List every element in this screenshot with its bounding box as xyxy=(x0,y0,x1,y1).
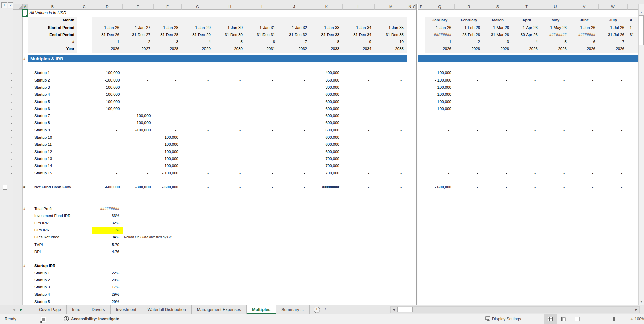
cell-L42[interactable] xyxy=(343,298,375,305)
cell-L2[interactable] xyxy=(343,17,375,24)
cell-D12[interactable]: -100,000 xyxy=(92,84,123,91)
cell-X35[interactable] xyxy=(628,248,638,255)
cell-P34[interactable] xyxy=(418,241,425,248)
cell-W40[interactable] xyxy=(599,284,628,291)
cell-C7[interactable] xyxy=(77,53,92,55)
cell-U33[interactable] xyxy=(541,234,570,241)
cell-K40[interactable] xyxy=(310,284,343,291)
column-header-P[interactable]: P xyxy=(418,4,425,10)
cell-R1[interactable] xyxy=(455,10,483,17)
sheet-tab-waterfall-distribution[interactable]: Waterfall Distribution xyxy=(142,305,192,314)
cell-R12[interactable]: - xyxy=(455,84,483,91)
cell-S42[interactable] xyxy=(483,298,512,305)
cell-S11[interactable]: - xyxy=(483,77,512,84)
cell-D32[interactable]: 1% xyxy=(92,227,123,234)
cell-D31[interactable]: 32% xyxy=(92,220,123,227)
cell-S41[interactable] xyxy=(483,291,512,298)
cell-V39[interactable] xyxy=(570,277,599,284)
cell-W27[interactable] xyxy=(599,191,628,198)
cell-B36[interactable] xyxy=(28,255,77,262)
cell-J10[interactable]: - xyxy=(278,69,310,76)
cell-I31[interactable] xyxy=(246,220,278,227)
cell-L29[interactable] xyxy=(343,205,375,212)
cell-D36[interactable] xyxy=(92,255,123,262)
cell-V25[interactable] xyxy=(570,177,599,184)
cell-D6[interactable]: 2026 xyxy=(92,45,123,52)
cell-T33[interactable] xyxy=(512,234,541,241)
cell-P2[interactable] xyxy=(418,17,425,24)
cell-G22[interactable]: - xyxy=(182,155,214,162)
cell-R29[interactable] xyxy=(455,205,483,212)
cell-L12[interactable]: - xyxy=(343,84,375,91)
cell-M39[interactable] xyxy=(375,277,407,284)
cell-B37[interactable]: Startup IRR xyxy=(28,262,77,269)
cell-X36[interactable] xyxy=(628,255,638,262)
cell-K17[interactable]: 600,000 xyxy=(310,119,343,126)
cell-Q21[interactable]: - xyxy=(425,148,455,155)
cell-X23[interactable] xyxy=(628,162,638,169)
cell-E26[interactable]: -300,000 xyxy=(123,184,154,191)
cell-T15[interactable]: - xyxy=(512,105,541,112)
page-break-view-button[interactable] xyxy=(571,314,583,324)
cell-R16[interactable]: - xyxy=(455,112,483,119)
cell-Q8[interactable] xyxy=(425,55,455,62)
cell-E16[interactable]: -100,000 xyxy=(123,112,154,119)
cell-S23[interactable]: - xyxy=(483,162,512,169)
cell-C38[interactable] xyxy=(77,270,92,277)
cell-B5[interactable]: # xyxy=(28,38,77,45)
cell-T3[interactable]: 1-Apr-26 xyxy=(512,24,541,31)
cell-L1[interactable] xyxy=(343,10,375,17)
cell-B33[interactable]: GP's Returned xyxy=(28,234,77,241)
cell-X28[interactable] xyxy=(628,198,638,205)
cell-O26[interactable] xyxy=(413,184,416,191)
column-header-J[interactable]: J xyxy=(278,4,310,10)
cell-F30[interactable] xyxy=(154,212,182,219)
cell-P17[interactable] xyxy=(418,119,425,126)
cell-V21[interactable]: - xyxy=(570,148,599,155)
cell-N21[interactable] xyxy=(407,148,413,155)
cell-H20[interactable]: - xyxy=(214,141,246,148)
cell-X38[interactable] xyxy=(628,270,638,277)
cell-F19[interactable]: - 100,000 xyxy=(154,134,182,141)
cell-V10[interactable]: - xyxy=(570,69,599,76)
sheet-tab-drivers[interactable]: Drivers xyxy=(86,305,111,314)
vertical-scrollbar[interactable]: ▲ ▼ xyxy=(638,4,644,305)
cell-B32[interactable]: GPs IRR xyxy=(28,227,77,234)
cell-S25[interactable] xyxy=(483,177,512,184)
cell-B25[interactable] xyxy=(28,177,77,184)
cell-A39[interactable] xyxy=(23,277,28,284)
cell-J32[interactable] xyxy=(278,227,310,234)
cell-U23[interactable]: - xyxy=(541,162,570,169)
cell-W23[interactable]: - xyxy=(599,162,628,169)
cell-J21[interactable]: - xyxy=(278,148,310,155)
page-layout-view-button[interactable] xyxy=(557,314,570,324)
cell-I36[interactable] xyxy=(246,255,278,262)
cell-B13[interactable]: Startup 4 xyxy=(28,91,77,98)
cell-N3[interactable] xyxy=(407,24,413,31)
cell-W22[interactable]: - xyxy=(599,155,628,162)
cell-I25[interactable] xyxy=(246,177,278,184)
cell-H27[interactable] xyxy=(214,191,246,198)
cell-I27[interactable] xyxy=(246,191,278,198)
cell-I2[interactable] xyxy=(246,17,278,24)
cell-P22[interactable] xyxy=(418,155,425,162)
cell-N5[interactable] xyxy=(407,38,413,45)
cell-F22[interactable]: - 100,000 xyxy=(154,155,182,162)
cell-D35[interactable]: 4.76 xyxy=(92,248,123,255)
cell-D15[interactable]: -100,000 xyxy=(92,105,123,112)
cell-G36[interactable] xyxy=(182,255,214,262)
cell-M24[interactable]: - xyxy=(375,170,407,177)
cell-D29[interactable]: ######### xyxy=(92,205,123,212)
cell-F8[interactable] xyxy=(154,55,182,62)
cell-U36[interactable] xyxy=(541,255,570,262)
cell-H38[interactable] xyxy=(214,270,246,277)
cell-O8[interactable] xyxy=(413,55,416,62)
cell-I1[interactable] xyxy=(246,10,278,17)
cell-O25[interactable] xyxy=(413,177,416,184)
cell-P11[interactable] xyxy=(418,77,425,84)
cell-R26[interactable]: - xyxy=(455,184,483,191)
cell-G2[interactable] xyxy=(182,17,214,24)
add-sheet-icon[interactable]: + xyxy=(314,307,320,313)
cell-B22[interactable]: Startup 13 xyxy=(28,155,77,162)
cell-K13[interactable]: 600,000 xyxy=(310,91,343,98)
